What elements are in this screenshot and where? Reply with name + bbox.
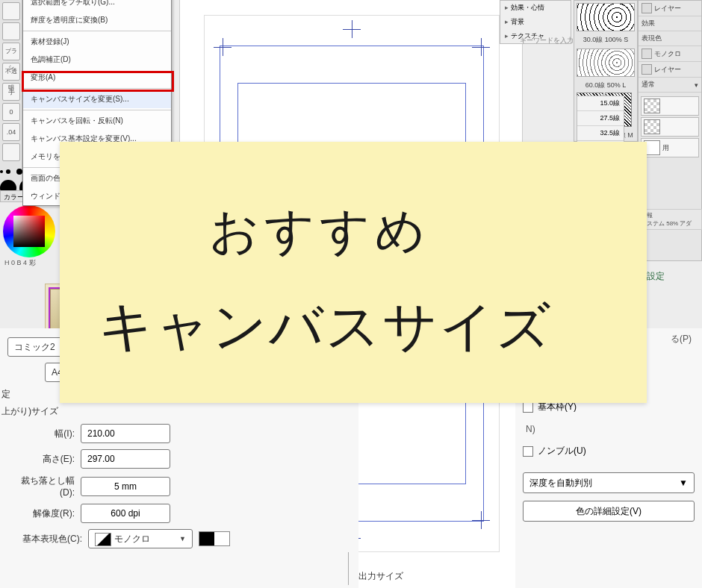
color-detail-button[interactable]: 色の詳細設定(V): [523, 501, 695, 522]
tone-caption: 60.0線 50% L: [574, 79, 637, 92]
checkbox-icon: [523, 402, 533, 413]
suffix-n: N): [515, 424, 702, 434]
list-item[interactable]: 背景: [500, 15, 571, 29]
width-label: 幅(I):: [7, 428, 75, 440]
annotation-sticky-note: [60, 142, 647, 403]
crop-mark: [214, 38, 232, 56]
layer-row[interactable]: 用: [641, 138, 699, 157]
blend-mode[interactable]: 通常▾: [639, 78, 701, 93]
search-placeholder[interactable]: キーワードを入力: [520, 36, 574, 46]
menu-item[interactable]: キャンバスを回転・反転(N): [23, 112, 171, 130]
effect-row[interactable]: 効果: [639, 16, 701, 31]
bleed-label: 裁ち落とし幅(D):: [7, 475, 75, 498]
menu-item[interactable]: 輝度を透明度に変換(B): [23, 11, 171, 29]
layer-icon: [642, 3, 652, 13]
crop-mark: [343, 20, 361, 38]
info-tab[interactable]: 情報システム 58% アダ: [638, 209, 702, 230]
layer-button-row[interactable]: レイヤー: [639, 62, 701, 78]
tool-button[interactable]: 不透明: [2, 63, 20, 81]
menu-item[interactable]: 変形(A): [23, 69, 171, 87]
mono-icon: [95, 533, 111, 546]
tone-caption: 30.0線 100% S: [574, 34, 637, 46]
layer-row[interactable]: [641, 96, 699, 116]
annotation-text-line1: おすすめ: [209, 198, 430, 265]
tool-button[interactable]: [2, 143, 20, 161]
stack-icon: [642, 64, 652, 75]
list-item[interactable]: 32.5線: [577, 126, 624, 141]
crop-mark: [472, 511, 490, 529]
layer-thumb: [644, 119, 660, 134]
color-readout: H 0 B 4 彩: [4, 258, 36, 268]
layer-row[interactable]: [641, 117, 699, 137]
bw-toggle[interactable]: [199, 531, 230, 546]
chevron-down-icon: ▼: [179, 530, 186, 548]
menu-item-change-canvas-size[interactable]: キャンバスサイズを変更(S)...: [23, 90, 171, 108]
menu-item[interactable]: 選択範囲をフチ取り(G)...: [23, 0, 171, 11]
annotation-text-line2: キャンバスサイズ: [99, 291, 553, 363]
bleed-button[interactable]: 5 mm: [81, 477, 170, 496]
resolution-label: 解像度(R):: [7, 507, 75, 520]
resolution-button[interactable]: 600 dpi: [81, 504, 170, 523]
depth-dropdown[interactable]: 深度を自動判別▼: [523, 472, 695, 493]
list-item[interactable]: 効果・心情: [500, 1, 571, 15]
tone-swatch[interactable]: [577, 3, 635, 31]
color-wheel[interactable]: [3, 205, 55, 257]
output-size-label: 出力サイズ: [358, 570, 403, 583]
basecolor-label: 基本表現色(C):: [7, 533, 82, 545]
mono-row[interactable]: モノクロ: [639, 46, 701, 62]
nombre-checkbox[interactable]: ノンブル(U): [523, 445, 695, 457]
menu-item[interactable]: 色調補正(D): [23, 51, 171, 69]
list-item[interactable]: 27.5線: [577, 111, 624, 126]
tool-button[interactable]: ブラシ: [2, 43, 20, 60]
checkbox-icon: [523, 446, 533, 457]
height-input[interactable]: [81, 449, 170, 469]
divider: [348, 552, 349, 585]
tool-button[interactable]: 0: [2, 103, 20, 121]
chevron-down-icon: ▼: [679, 478, 688, 488]
layer-thumb: [644, 98, 660, 113]
display-color-row: 表現色: [639, 31, 701, 46]
section-label: 上がり)サイズ: [1, 405, 358, 418]
layer-tab[interactable]: レイヤー: [639, 1, 701, 16]
tone-swatch[interactable]: [577, 49, 635, 77]
list-item[interactable]: 15.0線: [577, 96, 624, 111]
basecolor-dropdown[interactable]: モノクロ ▼: [88, 529, 193, 548]
tool-button[interactable]: [2, 2, 20, 20]
menu-item[interactable]: 素材登録(J): [23, 33, 171, 51]
tool-button[interactable]: [2, 22, 20, 40]
mono-icon: [642, 49, 652, 59]
tool-button[interactable]: 手: [2, 83, 20, 101]
height-label: 高さ(E):: [7, 453, 75, 466]
crop-mark: [472, 38, 490, 56]
tool-button[interactable]: .04: [2, 123, 20, 141]
width-input[interactable]: [81, 424, 170, 443]
